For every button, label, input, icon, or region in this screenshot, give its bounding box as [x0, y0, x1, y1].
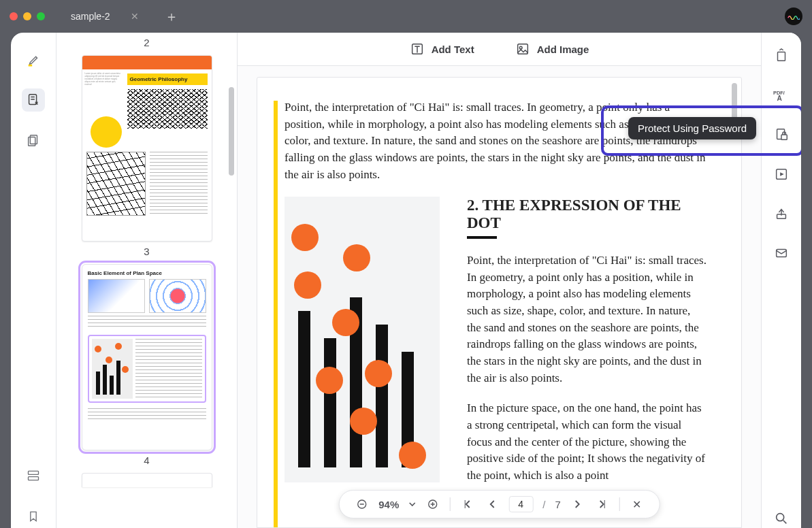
next-page-button[interactable] — [570, 497, 585, 512]
protect-password-icon[interactable] — [772, 125, 791, 144]
svg-rect-3 — [29, 471, 39, 474]
image-icon — [515, 42, 530, 56]
thumb-page-number: 3 — [56, 246, 237, 257]
svg-rect-2 — [29, 137, 35, 146]
page-separator: / — [542, 499, 545, 510]
document-tab[interactable]: sample-2 ✕ — [59, 3, 151, 29]
zoom-dropdown-icon[interactable] — [408, 501, 415, 508]
bookmark-icon[interactable] — [22, 505, 45, 528]
add-image-label: Add Image — [537, 44, 589, 55]
thumb2-heading: Geometric Philosophy — [127, 73, 208, 85]
heading-rule — [467, 236, 497, 239]
body-paragraph: Point, the interpretation of "Ci Hai" is… — [285, 99, 707, 183]
search-icon[interactable] — [772, 509, 791, 528]
slideshow-icon[interactable] — [772, 165, 791, 184]
zoom-level[interactable]: 94% — [378, 499, 399, 510]
svg-rect-6 — [517, 44, 527, 54]
svg-text:A: A — [777, 95, 783, 102]
edit-toolbar: Add Text Add Image — [238, 33, 761, 66]
body-paragraph: In the picture space, on the one hand, t… — [467, 400, 707, 484]
svg-point-18 — [777, 514, 784, 521]
mail-icon[interactable] — [772, 244, 791, 263]
add-text-label: Add Text — [432, 44, 474, 55]
document-tab-label: sample-2 — [71, 11, 110, 22]
minimize-window-icon[interactable] — [23, 12, 31, 20]
tooltip-text: Protect Using Password — [638, 122, 747, 134]
svg-rect-1 — [30, 135, 37, 144]
fullscreen-window-icon[interactable] — [37, 12, 45, 20]
section-heading: 2. THE EXPRESSION OF THE DOT — [467, 197, 707, 232]
pager-close-button[interactable]: ✕ — [630, 497, 645, 512]
last-page-button[interactable] — [595, 497, 610, 512]
svg-rect-17 — [777, 250, 787, 257]
text-icon — [410, 42, 425, 56]
window-traffic-lights[interactable] — [10, 12, 45, 20]
pdfa-icon[interactable]: PDF/A — [772, 86, 791, 105]
svg-point-7 — [519, 46, 522, 49]
tooltip: Protect Using Password — [628, 117, 756, 139]
form-fields-icon[interactable] — [22, 464, 45, 487]
page-sheet: Point, the interpretation of "Ci Hai" is… — [257, 77, 742, 528]
svg-rect-10 — [778, 52, 785, 61]
left-tool-rail — [11, 33, 56, 528]
page-number-input[interactable] — [508, 496, 533, 512]
close-window-icon[interactable] — [10, 12, 18, 20]
thumbnail-scrollbar[interactable] — [229, 87, 234, 176]
right-tool-rail: PDF/A — [761, 33, 801, 528]
add-text-button[interactable]: Add Text — [410, 42, 474, 56]
close-tab-icon[interactable]: ✕ — [131, 11, 139, 22]
svg-rect-4 — [29, 477, 39, 480]
pages-tool-icon[interactable] — [22, 129, 45, 152]
highlighter-tool-icon[interactable] — [22, 48, 45, 71]
rotate-icon[interactable] — [772, 46, 791, 65]
app-brand-icon — [785, 7, 802, 25]
thumb-page-number: 2 — [56, 37, 237, 48]
zoom-in-button[interactable] — [425, 497, 440, 512]
page-total: 7 — [555, 499, 560, 510]
center-panel: Add Text Add Image Point, the interpreta… — [238, 33, 761, 528]
page-navigation-bar: 94% / 7 ✕ — [338, 490, 660, 518]
svg-rect-14 — [781, 135, 787, 139]
app-window: 2 Lorem ipsum dolor sit amet consectetur… — [11, 33, 801, 528]
prev-page-button[interactable] — [484, 497, 499, 512]
add-image-button[interactable]: Add Image — [515, 42, 589, 56]
thumb-page-number: 4 — [56, 455, 237, 466]
thumb3-heading: Basic Element of Plan Space — [88, 270, 206, 276]
new-tab-button[interactable]: ＋ — [165, 7, 178, 26]
page-thumbnail-4[interactable] — [82, 473, 212, 487]
page-scrollbar[interactable] — [732, 83, 737, 121]
page-accent-bar — [274, 101, 278, 527]
dot-illustration — [285, 197, 440, 482]
zoom-out-button[interactable] — [354, 497, 369, 512]
body-paragraph: Point, the interpretation of "Ci Hai" is… — [467, 252, 707, 386]
share-icon[interactable] — [772, 204, 791, 223]
page-thumbnail-3[interactable]: Basic Element of Plan Space — [82, 264, 212, 450]
first-page-button[interactable] — [459, 497, 474, 512]
annotate-tool-icon[interactable] — [22, 88, 45, 112]
window-titlebar: sample-2 ✕ ＋ — [0, 0, 812, 33]
thumbnail-panel: 2 Lorem ipsum dolor sit amet consectetur… — [56, 33, 238, 528]
page-thumbnail-2[interactable]: Lorem ipsum dolor sit amet consectetur a… — [82, 55, 212, 242]
